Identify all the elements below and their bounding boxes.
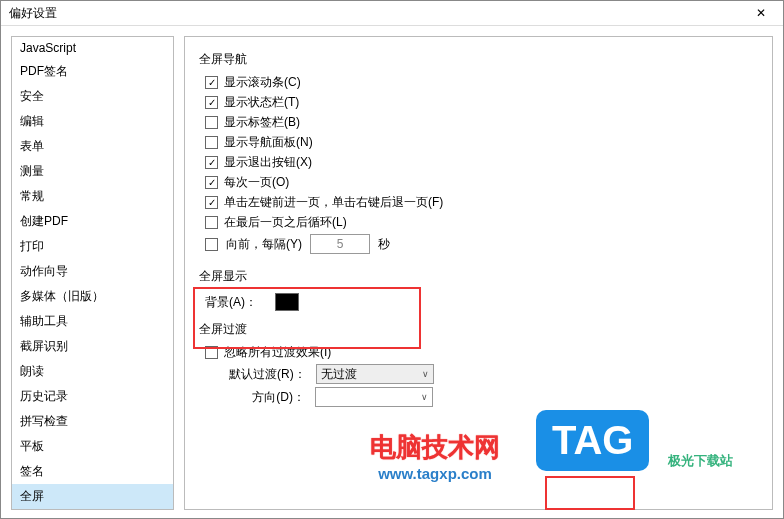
nav-checkbox[interactable] bbox=[205, 96, 218, 109]
sidebar-item[interactable]: 平板 bbox=[12, 434, 173, 459]
timer-checkbox[interactable] bbox=[205, 238, 218, 251]
combo-value: 无过渡 bbox=[321, 366, 357, 383]
category-list[interactable]: JavaScriptPDF签名安全编辑表单测量常规创建PDF打印动作向导多媒体（… bbox=[12, 37, 173, 509]
nav-check-label: 显示滚动条(C) bbox=[224, 74, 301, 91]
sidebar-item[interactable]: 常规 bbox=[12, 184, 173, 209]
nav-checkbox[interactable] bbox=[205, 76, 218, 89]
nav-check-label: 每次一页(O) bbox=[224, 174, 289, 191]
nav-group-title: 全屏导航 bbox=[199, 51, 758, 68]
ignore-transition-label: 忽略所有过渡效果(I) bbox=[224, 344, 331, 361]
preferences-dialog: 偏好设置 ✕ JavaScriptPDF签名安全编辑表单测量常规创建PDF打印动… bbox=[0, 0, 784, 519]
window-title: 偏好设置 bbox=[9, 5, 57, 22]
bg-label: 背景(A)： bbox=[205, 294, 257, 311]
direction-combo[interactable]: ∨ bbox=[315, 387, 433, 407]
sidebar-item[interactable]: 表单 bbox=[12, 134, 173, 159]
sidebar-item[interactable]: 打印 bbox=[12, 234, 173, 259]
sidebar-item[interactable]: PDF签名 bbox=[12, 59, 173, 84]
sidebar-item[interactable]: 创建PDF bbox=[12, 209, 173, 234]
nav-checkbox[interactable] bbox=[205, 136, 218, 149]
sidebar-item[interactable]: 拼写检查 bbox=[12, 409, 173, 434]
nav-check-label: 显示标签栏(B) bbox=[224, 114, 300, 131]
nav-check-label: 显示退出按钮(X) bbox=[224, 154, 312, 171]
sidebar-item[interactable]: 签名 bbox=[12, 459, 173, 484]
transition-group-title: 全屏过渡 bbox=[199, 321, 758, 338]
chevron-down-icon: ∨ bbox=[422, 369, 429, 379]
timer-label: 向前，每隔(Y) bbox=[226, 236, 302, 253]
sidebar-item[interactable]: 截屏识别 bbox=[12, 334, 173, 359]
nav-checkbox[interactable] bbox=[205, 196, 218, 209]
sidebar-item[interactable]: 朗读 bbox=[12, 359, 173, 384]
display-group-title: 全屏显示 bbox=[199, 268, 758, 285]
nav-checkbox[interactable] bbox=[205, 116, 218, 129]
sidebar-item[interactable]: 多媒体（旧版） bbox=[12, 284, 173, 309]
nav-check-label: 显示导航面板(N) bbox=[224, 134, 313, 151]
close-icon: ✕ bbox=[756, 6, 766, 20]
bg-color-picker[interactable] bbox=[275, 293, 299, 311]
sidebar-item[interactable]: JavaScript bbox=[12, 37, 173, 59]
nav-checkbox[interactable] bbox=[205, 156, 218, 169]
timer-input[interactable] bbox=[310, 234, 370, 254]
sidebar-item[interactable]: 辅助工具 bbox=[12, 309, 173, 334]
nav-check-label: 单击左键前进一页，单击右键后退一页(F) bbox=[224, 194, 443, 211]
sidebar-item[interactable]: 测量 bbox=[12, 159, 173, 184]
nav-checkbox[interactable] bbox=[205, 176, 218, 189]
timer-unit: 秒 bbox=[378, 236, 390, 253]
settings-panel: 全屏导航 显示滚动条(C)显示状态栏(T)显示标签栏(B)显示导航面板(N)显示… bbox=[184, 36, 773, 510]
sidebar-item[interactable]: 安全 bbox=[12, 84, 173, 109]
direction-label: 方向(D)： bbox=[229, 389, 305, 406]
sidebar-item[interactable]: 历史记录 bbox=[12, 384, 173, 409]
sidebar-item[interactable]: 全屏 bbox=[12, 484, 173, 509]
ignore-transition-checkbox[interactable] bbox=[205, 346, 218, 359]
sidebar-item[interactable]: 编辑 bbox=[12, 109, 173, 134]
chevron-down-icon: ∨ bbox=[421, 392, 428, 402]
sidebar-item[interactable]: 动作向导 bbox=[12, 259, 173, 284]
default-transition-combo[interactable]: 无过渡 ∨ bbox=[316, 364, 434, 384]
default-transition-label: 默认过渡(R)： bbox=[229, 366, 306, 383]
titlebar: 偏好设置 ✕ bbox=[1, 1, 783, 26]
nav-checkbox[interactable] bbox=[205, 216, 218, 229]
nav-check-label: 显示状态栏(T) bbox=[224, 94, 299, 111]
nav-check-label: 在最后一页之后循环(L) bbox=[224, 214, 347, 231]
category-sidebar: JavaScriptPDF签名安全编辑表单测量常规创建PDF打印动作向导多媒体（… bbox=[11, 36, 174, 510]
close-button[interactable]: ✕ bbox=[743, 1, 779, 25]
